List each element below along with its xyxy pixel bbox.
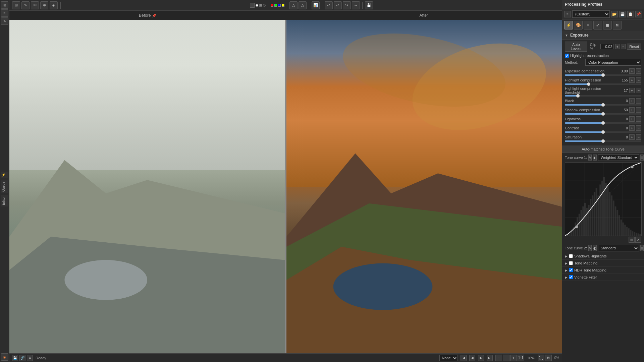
profile-save-btn[interactable]: 💾	[619, 11, 626, 17]
clip-increment-btn[interactable]: +	[615, 44, 620, 49]
status-icon-1[interactable]: 💾	[12, 355, 18, 361]
profile-copy-btn[interactable]: 📋	[627, 11, 634, 17]
histogram-btn[interactable]: 📊	[312, 1, 320, 9]
curve-side-icon-1[interactable]: ⊞	[629, 237, 635, 243]
contrast-inc[interactable]: +	[629, 125, 635, 131]
playback-prev[interactable]: ◀	[469, 355, 475, 361]
clipping-indicator[interactable]: △	[289, 1, 298, 9]
black-thumb[interactable]	[601, 103, 605, 107]
curve1-type-dropdown[interactable]: Weighted Standard Standard Film-like Par…	[598, 154, 639, 161]
curve2-toggle-icon[interactable]: ◐	[593, 245, 597, 251]
tool-transform[interactable]: ✂	[31, 1, 39, 9]
curve2-expand-btn[interactable]: ⊞	[640, 245, 644, 251]
lightness-inc[interactable]: +	[629, 116, 635, 122]
exposure-section-header[interactable]: ▼ Exposure	[562, 31, 644, 40]
saturation-dec[interactable]: −	[636, 134, 641, 140]
hc-threshold-inc[interactable]: +	[629, 88, 635, 93]
highlight-comp-inc[interactable]: +	[629, 77, 635, 83]
queue-tab[interactable]: Queue	[1, 180, 8, 193]
shadow-comp-dec[interactable]: −	[636, 107, 641, 113]
redo-btn[interactable]: ↪	[343, 1, 351, 9]
curve-side-icon-2[interactable]: ✕	[635, 237, 641, 243]
zoom-100-btn[interactable]: 1:1	[518, 355, 524, 361]
tab-raw[interactable]: ◼	[603, 21, 612, 29]
contrast-dec[interactable]: −	[636, 125, 641, 131]
navigator-btn[interactable]	[250, 3, 255, 8]
split-view-btn[interactable]: ⧉	[545, 355, 552, 361]
zoom-out-btn[interactable]: −	[495, 355, 502, 361]
tool-file-browser[interactable]: ⊞	[1, 1, 8, 9]
tool-rotate[interactable]: ◈	[50, 1, 58, 9]
playback-start[interactable]: |◀	[461, 355, 467, 361]
highlight-comp-dec[interactable]: −	[636, 77, 641, 83]
tool-crop[interactable]: ⊕	[40, 1, 48, 9]
undo-btn[interactable]: ↩	[334, 1, 342, 9]
status-icon-2[interactable]: 🔗	[19, 355, 25, 361]
curve1-expand-btn[interactable]: ⊞	[640, 155, 644, 161]
vignette-filter-header[interactable]: ▶ Vignette Filter	[565, 275, 641, 279]
profile-paste-btn[interactable]: 📌	[635, 11, 642, 17]
tool-editor[interactable]: ✎	[1, 17, 8, 25]
transform-dropdown[interactable]: None	[439, 355, 458, 361]
shadows-highlights-header[interactable]: ▶ Shadows/Highlights	[565, 254, 641, 258]
curve1-toggle-icon[interactable]: ◐	[593, 155, 597, 161]
hdr-tone-mapping-check[interactable]	[569, 268, 573, 272]
highlight-reconstruction-checkbox[interactable]	[565, 54, 569, 58]
curve2-edit-icon[interactable]: ✎	[588, 245, 592, 251]
tab-transform[interactable]: ⤢	[593, 21, 602, 29]
clip-decrement-btn[interactable]: −	[621, 44, 626, 49]
after-image-panel[interactable]	[286, 20, 562, 353]
hc-threshold-thumb[interactable]	[576, 94, 580, 98]
tab-color[interactable]: 🎨	[574, 21, 583, 29]
tone-curve-canvas[interactable]	[565, 162, 642, 236]
zoom-in-btn[interactable]: +	[510, 355, 517, 361]
method-dropdown[interactable]: Color Propagation Luminance Recovery Ble…	[585, 59, 641, 66]
curve1-edit-icon[interactable]: ✎	[588, 155, 592, 161]
clipping-indicator-2[interactable]: △	[299, 1, 307, 9]
profile-list-icon[interactable]: ≡	[564, 11, 571, 17]
tool-select[interactable]: ⊞	[12, 1, 20, 9]
tone-mapping-header[interactable]: ▶ Tone Mapping	[565, 261, 641, 265]
playback-next[interactable]: ▶|	[487, 355, 493, 361]
reset-btn[interactable]: Reset	[627, 44, 641, 50]
hc-threshold-dec[interactable]: −	[636, 88, 641, 93]
status-icon-3[interactable]: ⚙	[27, 355, 33, 361]
profile-open-btn[interactable]: 📂	[611, 11, 618, 17]
lightness-dec[interactable]: −	[636, 116, 641, 122]
lightness-thumb[interactable]	[601, 121, 605, 125]
tab-exposure[interactable]: ⚡	[564, 21, 573, 29]
saturation-inc[interactable]: +	[629, 134, 635, 140]
zoom-fit-btn[interactable]: □	[503, 355, 509, 361]
playback-play[interactable]: ▶	[478, 355, 484, 361]
tool-queue[interactable]: ≡	[1, 9, 8, 17]
highlight-comp-thumb[interactable]	[587, 82, 590, 86]
tab-detail[interactable]: ✦	[584, 21, 592, 29]
tone-mapping-check[interactable]	[569, 261, 573, 265]
exposure-comp-dec[interactable]: −	[636, 68, 641, 74]
hdr-tone-mapping-header[interactable]: ▶ HDR Tone Mapping	[565, 268, 641, 272]
curve2-type-dropdown[interactable]: Standard Weighted Standard Film-like	[598, 245, 639, 251]
exposure-comp-thumb[interactable]	[601, 73, 605, 77]
shadows-highlights-check[interactable]	[569, 254, 573, 258]
tab-meta[interactable]: M	[613, 21, 622, 29]
profile-dropdown[interactable]: (Custom)	[572, 10, 610, 18]
editor-tab[interactable]: Editor	[1, 195, 8, 206]
clip-value-input[interactable]	[600, 44, 614, 49]
auto-matched-tone-curve[interactable]: Auto-matched Tone Curve	[562, 146, 644, 153]
color-wheel-btn[interactable]: ◉	[1, 353, 8, 361]
contrast-thumb[interactable]	[601, 130, 605, 134]
file-browser-tab[interactable]: ⚡	[1, 172, 8, 178]
shadow-comp-inc[interactable]: +	[629, 107, 635, 113]
save-btn[interactable]: 💾	[365, 1, 373, 9]
black-dec[interactable]: −	[636, 98, 641, 104]
forward-btn[interactable]: →	[352, 1, 360, 9]
auto-levels-btn[interactable]: Auto Levels	[565, 42, 587, 52]
tool-edit[interactable]: ✎	[21, 1, 30, 9]
exposure-comp-inc[interactable]: +	[629, 68, 635, 74]
shadow-comp-thumb[interactable]	[601, 112, 605, 116]
full-screen-btn[interactable]: ⛶	[538, 355, 544, 361]
snap-btn[interactable]: ↩	[325, 1, 333, 9]
vignette-filter-check[interactable]	[569, 275, 573, 279]
black-inc[interactable]: +	[629, 98, 635, 104]
saturation-thumb[interactable]	[601, 139, 605, 143]
